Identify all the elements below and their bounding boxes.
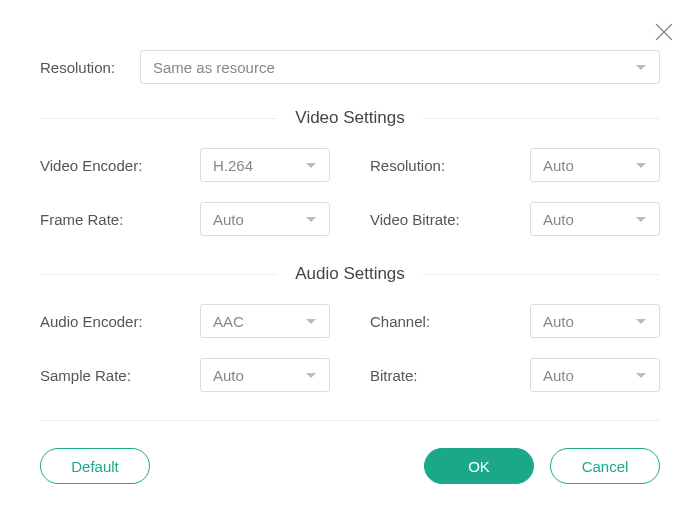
select-value: Same as resource xyxy=(153,59,275,76)
video-resolution-row: Resolution: Auto xyxy=(370,146,660,184)
select-value: Auto xyxy=(543,313,574,330)
footer: Default OK Cancel xyxy=(40,448,660,484)
video-settings-grid: Video Encoder: H.264 Frame Rate: Auto Re… xyxy=(40,146,660,254)
button-label: OK xyxy=(468,458,490,475)
frame-rate-row: Frame Rate: Auto xyxy=(40,200,330,238)
chevron-down-icon xyxy=(305,312,317,330)
sample-rate-row: Sample Rate: Auto xyxy=(40,356,330,394)
top-resolution-select[interactable]: Same as resource xyxy=(140,50,660,84)
video-resolution-select[interactable]: Auto xyxy=(530,148,660,182)
chevron-down-icon xyxy=(305,156,317,174)
frame-rate-label: Frame Rate: xyxy=(40,211,200,228)
select-value: Auto xyxy=(213,211,244,228)
divider xyxy=(423,274,660,275)
chevron-down-icon xyxy=(635,312,647,330)
audio-encoder-label: Audio Encoder: xyxy=(40,313,200,330)
default-button[interactable]: Default xyxy=(40,448,150,484)
audio-bitrate-select[interactable]: Auto xyxy=(530,358,660,392)
top-resolution-row: Resolution: Same as resource xyxy=(40,50,660,84)
audio-settings-header: Audio Settings xyxy=(40,264,660,284)
sample-rate-select[interactable]: Auto xyxy=(200,358,330,392)
chevron-down-icon xyxy=(635,366,647,384)
select-value: Auto xyxy=(213,367,244,384)
footer-divider xyxy=(40,420,660,421)
video-bitrate-select[interactable]: Auto xyxy=(530,202,660,236)
video-encoder-row: Video Encoder: H.264 xyxy=(40,146,330,184)
top-resolution-label: Resolution: xyxy=(40,59,140,76)
divider xyxy=(423,118,660,119)
ok-button[interactable]: OK xyxy=(424,448,534,484)
chevron-down-icon xyxy=(305,210,317,228)
channel-select[interactable]: Auto xyxy=(530,304,660,338)
cancel-button[interactable]: Cancel xyxy=(550,448,660,484)
chevron-down-icon xyxy=(305,366,317,384)
video-settings-title: Video Settings xyxy=(277,108,422,128)
button-label: Cancel xyxy=(582,458,629,475)
chevron-down-icon xyxy=(635,58,647,76)
select-value: Auto xyxy=(543,157,574,174)
button-label: Default xyxy=(71,458,119,475)
divider xyxy=(40,274,277,275)
video-bitrate-label: Video Bitrate: xyxy=(370,211,530,228)
select-value: Auto xyxy=(543,211,574,228)
settings-panel: Resolution: Same as resource Video Setti… xyxy=(0,0,700,410)
audio-encoder-select[interactable]: AAC xyxy=(200,304,330,338)
select-value: Auto xyxy=(543,367,574,384)
video-encoder-select[interactable]: H.264 xyxy=(200,148,330,182)
video-bitrate-row: Video Bitrate: Auto xyxy=(370,200,660,238)
audio-encoder-row: Audio Encoder: AAC xyxy=(40,302,330,340)
close-icon xyxy=(653,21,675,43)
sample-rate-label: Sample Rate: xyxy=(40,367,200,384)
select-value: AAC xyxy=(213,313,244,330)
channel-row: Channel: Auto xyxy=(370,302,660,340)
video-settings-header: Video Settings xyxy=(40,108,660,128)
chevron-down-icon xyxy=(635,210,647,228)
channel-label: Channel: xyxy=(370,313,530,330)
audio-bitrate-row: Bitrate: Auto xyxy=(370,356,660,394)
audio-bitrate-label: Bitrate: xyxy=(370,367,530,384)
video-resolution-label: Resolution: xyxy=(370,157,530,174)
close-button[interactable] xyxy=(650,18,678,46)
audio-settings-grid: Audio Encoder: AAC Sample Rate: Auto Cha… xyxy=(40,302,660,410)
frame-rate-select[interactable]: Auto xyxy=(200,202,330,236)
video-encoder-label: Video Encoder: xyxy=(40,157,200,174)
select-value: H.264 xyxy=(213,157,253,174)
divider xyxy=(40,118,277,119)
audio-settings-title: Audio Settings xyxy=(277,264,423,284)
chevron-down-icon xyxy=(635,156,647,174)
